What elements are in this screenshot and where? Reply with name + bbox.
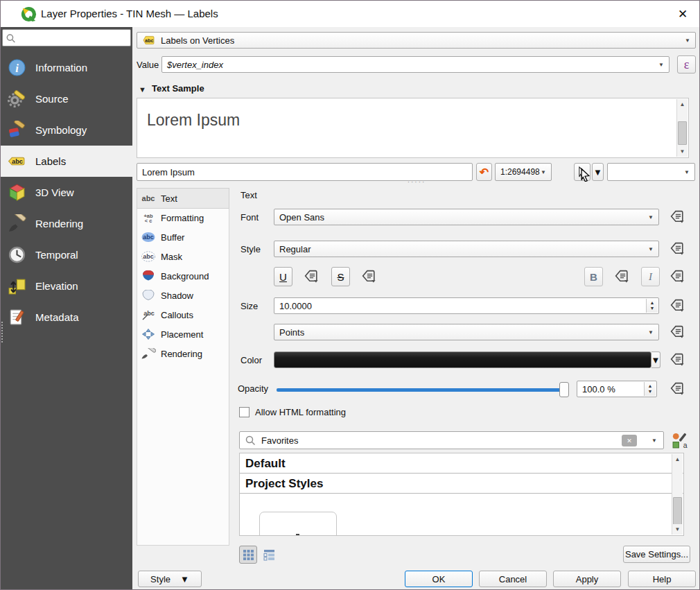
clear-filter-icon[interactable]: ✕ (622, 435, 637, 446)
sample-splitter-handle[interactable]: ····· (401, 181, 432, 184)
scale-options-arrow-button[interactable]: ▼ (592, 163, 604, 181)
size-spinbox[interactable]: ▲ ▼ (274, 297, 659, 314)
tab-formatting[interactable]: +ab < c Formatting (137, 208, 229, 227)
tab-text[interactable]: abc Text (137, 189, 229, 208)
opacity-data-defined-button[interactable] (666, 379, 688, 399)
font-style-combo[interactable]: Regular ▼ (274, 241, 659, 257)
style-manager-button[interactable]: a (672, 432, 689, 452)
style-list[interactable]: Default Project Styles ▲ ▼ (239, 453, 684, 536)
size-data-defined-button[interactable] (666, 296, 688, 315)
scroll-down-icon[interactable]: ▼ (677, 146, 688, 157)
style-data-defined-button[interactable] (666, 239, 688, 259)
collapse-triangle-icon[interactable]: ▼ (139, 85, 146, 94)
tab-rendering[interactable]: Rendering (137, 344, 229, 363)
underline-data-defined-button[interactable] (300, 267, 322, 286)
font-data-defined-button[interactable] (666, 207, 688, 227)
color-data-defined-button[interactable] (666, 350, 688, 370)
spin-down-icon[interactable]: ▼ (648, 389, 653, 394)
spin-up-icon[interactable]: ▲ (650, 300, 655, 306)
ok-button[interactable]: OK (405, 571, 473, 587)
opacity-slider-handle[interactable] (559, 382, 569, 397)
opacity-slider-track[interactable] (277, 388, 569, 392)
text-section-title: Text (240, 190, 257, 200)
font-label: Font (240, 212, 259, 223)
sample-scrollbar[interactable]: ▲ ▼ (676, 99, 688, 157)
color-menu-arrow-button[interactable]: ▼ (651, 352, 660, 368)
italic-button[interactable]: I (641, 267, 660, 286)
label-mode-combo[interactable]: abc Labels on Vertices ▼ (137, 32, 696, 49)
tab-shadow[interactable]: Shadow (137, 286, 229, 305)
sidebar-search-input[interactable] (16, 33, 128, 43)
sidebar-item-source[interactable]: Source (1, 83, 132, 114)
sidebar-item-symbology[interactable]: Symbology (1, 114, 132, 146)
spin-up-icon[interactable]: ▲ (648, 383, 653, 389)
sample-text-input[interactable] (142, 167, 467, 177)
scroll-down-icon[interactable]: ▼ (672, 524, 683, 535)
sidebar-search-box[interactable] (2, 29, 131, 46)
sidebar-splitter-handle[interactable] (1, 322, 3, 342)
sidebar-item-rendering[interactable]: Rendering (1, 208, 132, 239)
text-color-button[interactable] (274, 352, 651, 368)
apply-button[interactable]: Apply (553, 571, 621, 587)
scroll-up-icon[interactable]: ▲ (672, 454, 683, 465)
strikethrough-button[interactable]: S (331, 267, 350, 286)
reset-sample-button[interactable]: ↶ (476, 163, 492, 181)
tab-mask[interactable]: abc Mask (137, 247, 229, 266)
tab-background[interactable]: Background (137, 266, 229, 286)
svg-text:a: a (683, 442, 688, 449)
scrollbar-thumb[interactable] (673, 497, 682, 525)
opacity-spinbox[interactable]: ▲ ▼ (577, 381, 657, 397)
opacity-spin-arrows[interactable]: ▲ ▼ (644, 382, 656, 396)
value-expression-combo[interactable]: $vertex_index ▼ (161, 56, 670, 73)
map-unit-combo[interactable]: ▼ (607, 163, 695, 181)
sidebar-item-metadata[interactable]: Metadata (1, 302, 132, 333)
size-input[interactable] (279, 301, 654, 311)
dropdown-arrow-icon[interactable]: ▼ (658, 62, 664, 68)
allow-html-checkbox[interactable] (239, 407, 250, 417)
tab-callouts[interactable]: abc Callouts (137, 305, 229, 324)
dropdown-arrow-icon[interactable]: ▼ (648, 329, 654, 336)
list-view-button[interactable] (260, 546, 278, 564)
style-manager-icon: a (672, 432, 689, 449)
icon-view-button[interactable] (239, 546, 257, 564)
value-label: Value (137, 60, 159, 70)
sidebar-item-information[interactable]: i Information (1, 52, 132, 83)
size-units-combo[interactable]: Points ▼ (274, 324, 659, 340)
sidebar-item-temporal[interactable]: Temporal (1, 239, 132, 270)
sidebar-item-elevation[interactable]: Elevation (1, 270, 132, 302)
units-data-defined-button[interactable] (666, 322, 688, 342)
style-list-scrollbar[interactable]: ▲ ▼ (672, 454, 683, 535)
close-button[interactable]: ✕ (674, 6, 691, 22)
sidebar-item-labels[interactable]: abc Labels (1, 146, 132, 177)
size-spin-arrows[interactable]: ▲ ▼ (646, 299, 658, 313)
dropdown-arrow-icon[interactable]: ▼ (541, 169, 546, 175)
dropdown-arrow-icon[interactable]: ▼ (684, 169, 690, 175)
style-preview-thumbnail[interactable] (259, 512, 337, 536)
spin-down-icon[interactable]: ▼ (650, 306, 655, 311)
opacity-input[interactable] (582, 384, 651, 394)
dropdown-arrow-icon[interactable]: ▼ (648, 246, 654, 252)
title-bar[interactable]: Layer Properties - TIN Mesh — Labels ✕ (1, 1, 699, 27)
style-menu-button[interactable]: Style ▼ (138, 571, 202, 587)
font-combo[interactable]: Open Sans ▼ (274, 209, 659, 225)
scroll-up-icon[interactable]: ▲ (677, 99, 688, 110)
strikethrough-data-defined-button[interactable] (358, 267, 380, 286)
tab-placement[interactable]: Placement (137, 324, 229, 344)
dropdown-arrow-icon[interactable]: ▼ (651, 437, 657, 444)
italic-data-defined-button[interactable] (666, 267, 688, 286)
tab-buffer[interactable]: abc Buffer (137, 227, 229, 247)
cancel-button[interactable]: Cancel (479, 571, 547, 587)
save-settings-button[interactable]: Save Settings... (623, 546, 690, 563)
scrollbar-thumb[interactable] (678, 121, 687, 145)
underline-button[interactable]: U (274, 267, 292, 286)
divider (240, 473, 683, 474)
style-group-project: Project Styles (245, 477, 683, 491)
sidebar-item-3d-view[interactable]: 3D View (1, 177, 132, 208)
bold-button[interactable]: B (584, 267, 603, 286)
dropdown-arrow-icon[interactable]: ▼ (648, 214, 654, 220)
help-button[interactable]: Help (628, 571, 696, 587)
preview-scale-combo[interactable]: 1:2694498 ▼ (495, 163, 552, 181)
style-filter-combo[interactable]: Favorites ✕ ▼ (239, 431, 664, 449)
expression-builder-button[interactable]: ε (677, 55, 696, 73)
bold-data-defined-button[interactable] (611, 267, 633, 286)
